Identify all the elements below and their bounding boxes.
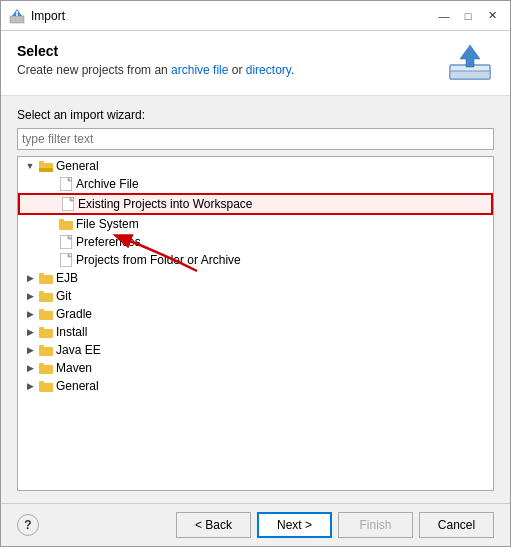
tree-label: General [56, 379, 99, 393]
main-content: Select an import wizard: ▼GeneralArchive… [1, 96, 510, 503]
footer-buttons: ? < Back Next > Finish Cancel [17, 512, 494, 538]
tree-label: File System [76, 217, 139, 231]
svg-rect-0 [10, 16, 24, 23]
tree-item-file-system[interactable]: File System [18, 215, 493, 233]
svg-rect-32 [39, 345, 44, 348]
svg-rect-12 [62, 197, 74, 211]
folder-icon [38, 288, 54, 304]
folder-icon [38, 360, 54, 376]
svg-rect-23 [39, 275, 53, 284]
tree-item-preferences[interactable]: Preferences [18, 233, 493, 251]
finish-button[interactable]: Finish [338, 512, 413, 538]
filter-input[interactable] [17, 128, 494, 150]
tree-label: Gradle [56, 307, 92, 321]
directory-link[interactable]: directory [246, 63, 291, 77]
svg-rect-31 [39, 347, 53, 356]
tree-item-general[interactable]: ▼General [18, 157, 493, 175]
tree-label: EJB [56, 271, 78, 285]
svg-rect-25 [39, 293, 53, 302]
tree-item-projects-folder[interactable]: Projects from Folder or Archive [18, 251, 493, 269]
tree-expander[interactable]: ▶ [22, 342, 38, 358]
svg-rect-28 [39, 309, 44, 312]
tree-item-existing-projects[interactable]: Existing Projects into Workspace [18, 193, 493, 215]
tree-item-gradle[interactable]: ▶Gradle [18, 305, 493, 323]
content-area: Select Create new projects from an archi… [1, 31, 510, 546]
file-icon [58, 176, 74, 192]
tree-expander[interactable]: ▶ [22, 378, 38, 394]
tree-label: Existing Projects into Workspace [78, 197, 253, 211]
tree-label: Install [56, 325, 87, 339]
svg-rect-16 [59, 219, 64, 222]
folder-open-icon [38, 158, 54, 174]
tree-expander[interactable]: ▶ [22, 324, 38, 340]
next-button[interactable]: Next > [257, 512, 332, 538]
import-wizard-icon [446, 43, 494, 83]
tree-item-general2[interactable]: ▶General [18, 377, 493, 395]
wizard-label: Select an import wizard: [17, 108, 494, 122]
tree-item-maven[interactable]: ▶Maven [18, 359, 493, 377]
svg-rect-4 [450, 71, 490, 79]
svg-marker-5 [460, 45, 480, 67]
svg-rect-20 [60, 253, 72, 267]
tree-item-ejb[interactable]: ▶EJB [18, 269, 493, 287]
folder-icon [38, 342, 54, 358]
svg-rect-17 [60, 235, 72, 249]
svg-rect-7 [39, 161, 44, 164]
folder-icon [38, 324, 54, 340]
tree-wrapper: ▼GeneralArchive FileExisting Projects in… [17, 156, 494, 491]
maximize-button[interactable]: □ [458, 6, 478, 26]
folder-icon [58, 216, 74, 232]
tree-expander[interactable]: ▶ [22, 360, 38, 376]
svg-rect-35 [39, 383, 53, 392]
svg-rect-24 [39, 273, 44, 276]
svg-rect-34 [39, 363, 44, 366]
svg-rect-33 [39, 365, 53, 374]
svg-rect-26 [39, 291, 44, 294]
archive-link[interactable]: archive file [171, 63, 228, 77]
minimize-button[interactable]: — [434, 6, 454, 26]
file-icon [60, 196, 76, 212]
title-bar-icon [9, 8, 25, 24]
tree-item-archive-file[interactable]: Archive File [18, 175, 493, 193]
back-button[interactable]: < Back [176, 512, 251, 538]
help-button[interactable]: ? [17, 514, 39, 536]
tree-expander[interactable]: ▶ [22, 288, 38, 304]
close-button[interactable]: ✕ [482, 6, 502, 26]
tree-label: Projects from Folder or Archive [76, 253, 241, 267]
tree-expander [42, 234, 58, 250]
file-icon [58, 234, 74, 250]
tree-expander[interactable]: ▶ [22, 306, 38, 322]
tree-label: General [56, 159, 99, 173]
page-title: Select [17, 43, 294, 59]
tree-expander[interactable]: ▼ [22, 158, 38, 174]
svg-rect-29 [39, 329, 53, 338]
folder-icon [38, 270, 54, 286]
tree-item-git[interactable]: ▶Git [18, 287, 493, 305]
cancel-button[interactable]: Cancel [419, 512, 494, 538]
tree-expander[interactable]: ▶ [22, 270, 38, 286]
tree-label: Preferences [76, 235, 141, 249]
folder-icon [38, 378, 54, 394]
tree-item-java-ee[interactable]: ▶Java EE [18, 341, 493, 359]
tree-expander [42, 216, 58, 232]
svg-rect-30 [39, 327, 44, 330]
svg-rect-15 [59, 221, 73, 230]
window-controls: — □ ✕ [434, 6, 502, 26]
tree-label: Git [56, 289, 71, 303]
svg-rect-36 [39, 381, 44, 384]
import-dialog: Import — □ ✕ Select Create new projects … [0, 0, 511, 547]
header-section: Select Create new projects from an archi… [1, 31, 510, 96]
tree-item-install[interactable]: ▶Install [18, 323, 493, 341]
file-icon [58, 252, 74, 268]
tree-expander [42, 176, 58, 192]
page-subtitle: Create new projects from an archive file… [17, 63, 294, 77]
tree-container[interactable]: ▼GeneralArchive FileExisting Projects in… [17, 156, 494, 491]
footer-section: ? < Back Next > Finish Cancel [1, 503, 510, 546]
tree-expander [44, 196, 60, 212]
folder-icon [38, 306, 54, 322]
window-title: Import [31, 9, 434, 23]
title-bar: Import — □ ✕ [1, 1, 510, 31]
svg-rect-9 [60, 177, 72, 191]
svg-rect-8 [39, 168, 53, 172]
tree-expander [42, 252, 58, 268]
